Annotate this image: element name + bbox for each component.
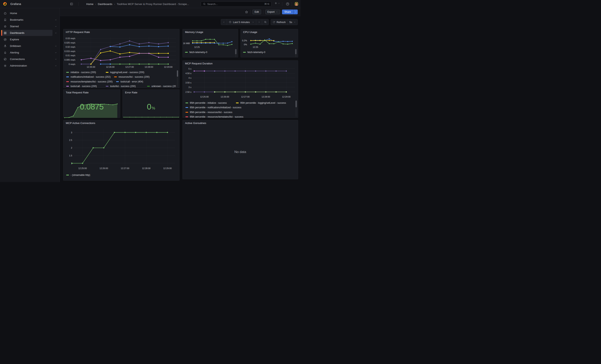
legend-item[interactable]: resources/templates/list - success (200) (66, 80, 112, 83)
search-placeholder: Search... (207, 3, 264, 6)
help-button[interactable] (286, 2, 289, 6)
y-axis-tick: 0.005 req/s (64, 59, 76, 61)
chevron-down-icon[interactable] (55, 25, 57, 28)
sidebar-item-home[interactable]: Home (0, 10, 60, 17)
x-axis-tick: 12:29:00 (282, 96, 290, 98)
legend-item[interactable]: 95th percentile - resources/list - succe… (185, 111, 232, 114)
panel-title[interactable]: Total Request Rate (66, 91, 89, 94)
panel-title[interactable]: Error Rate (125, 91, 137, 94)
dock-menu-icon[interactable] (70, 2, 73, 6)
panel-title[interactable]: MCP Request Duration (185, 62, 213, 65)
panel-title[interactable]: CPU Usage (243, 31, 257, 34)
chevron-down-icon (278, 2, 280, 4)
legend-scrollbar-thumb[interactable] (177, 70, 178, 77)
export-button[interactable]: Export (265, 10, 280, 14)
active-highlight (1, 30, 52, 36)
refresh-button[interactable]: Refresh (271, 19, 288, 25)
chevron-down-icon[interactable] (55, 65, 57, 67)
mcp-active-connections-chart[interactable]: 11.522.5312:25:0012:26:0012:27:0012:28:0… (63, 120, 179, 180)
legend-label: tools/call - success (200) (70, 85, 97, 88)
time-range-picker[interactable]: Last 5 minutes (227, 19, 256, 25)
legend-label: resources/templates/list - success (200) (70, 80, 112, 83)
chevron-down-icon (252, 21, 254, 23)
sidebar-item-dashboards[interactable]: Dashboards (0, 30, 60, 36)
legend-item[interactable]: logging/setLevel - success (200) (106, 71, 144, 74)
sidebar-item-alerting[interactable]: Alerting (0, 49, 60, 56)
legend-swatch (147, 86, 150, 87)
legend-swatch (185, 52, 188, 53)
y-axis-tick: 0 req/s (69, 63, 75, 65)
legend-label: notifications/initialized - success (202… (70, 76, 110, 78)
question-icon (286, 2, 289, 6)
chevron-down-icon[interactable] (55, 19, 57, 21)
chevron-down-icon[interactable] (55, 58, 57, 60)
breadcrumb-separator: › (114, 3, 115, 6)
panel-memory-usage: Memory Usage 16 MiB12:25 fetch-telemetry… (182, 29, 238, 58)
chevron-down-icon[interactable] (55, 32, 57, 34)
sidebar-item-bookmarks[interactable]: Bookmarks (0, 17, 60, 23)
y-axis-tick: 4.50 s (185, 72, 191, 75)
share-button[interactable]: Share (282, 10, 298, 14)
user-avatar[interactable] (294, 2, 299, 6)
x-axis-tick: 12:25 (253, 46, 258, 48)
time-forward-button[interactable] (256, 19, 262, 25)
chevron-down-icon[interactable] (55, 51, 57, 54)
stat-value: 0.0875 (63, 103, 120, 111)
panel-title[interactable]: HTTP Request Rate (66, 31, 90, 34)
compass-icon (4, 38, 7, 41)
add-new-button[interactable] (274, 2, 280, 5)
y-axis-tick: 0.02 req/s (66, 46, 75, 48)
series-yellow (192, 42, 215, 43)
chart-canvas: 16 MiB12:25 (183, 36, 238, 49)
zoom-out-button[interactable] (262, 19, 269, 25)
chevron-down-icon[interactable] (55, 45, 57, 47)
legend-item[interactable]: tools/call - success (200) (66, 85, 102, 88)
series-bottom-light-green (214, 91, 287, 93)
panel-title[interactable]: MCP Active Connections (66, 122, 95, 125)
legend-item[interactable]: 95th percentile - logging/setLevel - suc… (236, 101, 286, 104)
refresh-interval-picker[interactable]: 5s (288, 19, 298, 25)
legend-item[interactable]: 95th percentile - initialize - success (185, 101, 232, 104)
legend-item[interactable]: tools/call - error (404) (116, 80, 154, 83)
y-axis-tick: 0.01 req/s (66, 54, 75, 57)
series-yellow (250, 40, 274, 41)
grafana-logo-icon[interactable] (3, 2, 7, 6)
y-axis-tick: 4 s (188, 77, 191, 79)
panel-title[interactable]: Memory Usage (185, 31, 203, 34)
legend-swatch (66, 77, 69, 77)
drilldown-icon (4, 45, 7, 48)
legend-item[interactable]: - (streamable-http) (66, 174, 90, 177)
sidebar-item-starred[interactable]: Starred (0, 23, 60, 30)
legend-item[interactable]: initialize - success (200) (66, 71, 102, 74)
series-purple-dark (81, 40, 169, 65)
sidebar-item-administration[interactable]: Administration (0, 62, 60, 69)
x-axis-tick: 12:27:00 (125, 66, 134, 68)
legend-item[interactable]: notifications/initialized - success (202… (66, 76, 110, 78)
legend-scrollbar-thumb[interactable] (235, 49, 237, 54)
sidebar-item-connections[interactable]: Connections (0, 56, 60, 62)
sidebar-item-drilldown[interactable]: Drilldown (0, 43, 60, 49)
x-axis-tick: 12:25:00 (200, 96, 209, 98)
legend-item[interactable]: 95th percentile - notifications/initiali… (185, 106, 241, 109)
legend-item[interactable]: fetch-telemetry-0 (243, 51, 265, 54)
legend-item[interactable]: 95th percentile - resources/templates/li… (185, 115, 243, 118)
star-dashboard-button[interactable] (245, 10, 248, 14)
chart-canvas: 0 req/s0.005 req/s0.01 req/s0.015 req/s0… (63, 35, 180, 74)
legend-item[interactable]: tools/list - success (200) (106, 85, 143, 88)
time-back-button[interactable] (221, 19, 227, 25)
legend-item[interactable]: resources/list - success (200) (114, 76, 152, 78)
clock-icon (229, 21, 231, 23)
breadcrumb-dashboards[interactable]: Dashboards (98, 3, 112, 6)
sidebar-item-explore[interactable]: Explore (0, 36, 60, 43)
share-menu-chevron[interactable] (293, 10, 298, 14)
legend-item[interactable]: unknown - success (200) (147, 85, 176, 88)
search-input[interactable]: Search... ⌘+k (201, 1, 271, 7)
breadcrumb-home[interactable]: Home (86, 3, 93, 6)
legend-item[interactable]: fetch-telemetry-0 (185, 51, 207, 54)
y-axis-tick: 2.50 s (185, 91, 191, 93)
legend-scrollbar-thumb[interactable] (296, 100, 297, 107)
edit-button[interactable]: Edit (252, 10, 261, 14)
panel-title[interactable]: Active Goroutines (185, 122, 206, 125)
series-bottom-dark (194, 91, 215, 93)
legend-scrollbar-thumb[interactable] (295, 49, 297, 54)
